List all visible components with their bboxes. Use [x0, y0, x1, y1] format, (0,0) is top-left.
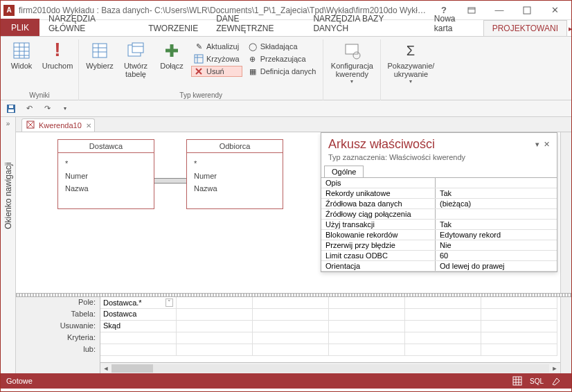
query-diagram-canvas[interactable]: Dostawca * Numer Nazwa Odbiorca * Numer … — [16, 132, 560, 293]
join-line[interactable] — [154, 178, 186, 184]
cell-criteria-3[interactable] — [253, 332, 329, 344]
querysetup-label: Konfiguracja kwerendy — [328, 62, 376, 78]
cell-field-1[interactable]: Dostawca.*˅ — [100, 297, 177, 309]
tab-home[interactable]: NARZĘDZIA GŁÓWNE — [39, 10, 139, 36]
cell-table-2[interactable] — [177, 309, 253, 321]
cell-or-3[interactable] — [253, 344, 329, 356]
table-field-numer[interactable]: Numer — [194, 170, 276, 182]
crosstab-button[interactable]: Krzyżowa — [191, 53, 242, 64]
showhide-button[interactable]: Σ Pokazywanie/ ukrywanie ▾ — [385, 39, 436, 84]
cell-criteria-4[interactable] — [329, 332, 405, 344]
cell-or-2[interactable] — [177, 344, 253, 356]
tab-overflow-icon[interactable]: ▸ — [567, 21, 571, 36]
cell-criteria-1[interactable] — [100, 332, 177, 344]
cell-criteria-6[interactable] — [481, 332, 557, 344]
cell-delete-3[interactable] — [253, 321, 329, 332]
cell-table-1[interactable]: Dostawca — [100, 309, 177, 321]
union-button[interactable]: ◯Składająca — [245, 41, 319, 52]
cell-table-5[interactable] — [405, 309, 481, 321]
tab-design[interactable]: PROJEKTOWANI — [483, 20, 567, 36]
table-field-star[interactable]: * — [194, 157, 276, 170]
table-field-numer[interactable]: Numer — [65, 170, 147, 182]
append-button[interactable]: Dołącz — [155, 39, 188, 70]
tab-file[interactable]: PLIK — [1, 19, 39, 36]
label-delete: Usuwanie: — [16, 321, 100, 332]
save-button[interactable] — [5, 103, 17, 115]
redo-button[interactable]: ↷ — [41, 103, 53, 115]
cell-or-4[interactable] — [329, 344, 405, 356]
delete-query-button[interactable]: Usuń — [191, 66, 242, 77]
table-field-nazwa[interactable]: Nazwa — [194, 182, 276, 195]
svg-text:!: ! — [54, 41, 60, 60]
ribbon: Widok ! Uruchom Wyniki Wybierz Utwórz ta… — [1, 37, 571, 100]
document-tabs: Kwerenda10 ✕ — [16, 117, 571, 132]
scroll-left-icon[interactable]: ◄ — [100, 365, 111, 372]
main-area: » Okienko nawigacji Kwerenda10 ✕ Dostawc… — [1, 117, 571, 373]
querysetup-button[interactable]: Konfiguracja kwerendy ▾ — [328, 39, 376, 84]
nav-pane-collapsed[interactable]: » Okienko nawigacji — [1, 117, 16, 373]
prop-row: Blokowanie rekordówEdytowany rekord — [321, 230, 557, 240]
cell-or-6[interactable] — [481, 344, 557, 356]
cell-delete-2[interactable] — [177, 321, 253, 332]
tab-dbtools[interactable]: NARZĘDZIA BAZY DANYCH — [304, 10, 424, 36]
property-sheet-close[interactable]: ✕ — [544, 140, 550, 149]
table-field-nazwa[interactable]: Nazwa — [65, 182, 147, 195]
sql-view-button[interactable]: SQL — [527, 375, 546, 387]
maximize-button[interactable] — [513, 2, 541, 19]
view-button[interactable]: Widok — [5, 39, 38, 70]
prop-row: Użyj transakcjiTak — [321, 220, 557, 230]
tab-newcard[interactable]: Nowa karta — [425, 10, 483, 36]
cell-criteria-5[interactable] — [405, 332, 481, 344]
prop-row: Limit czasu ODBC60 — [321, 251, 557, 261]
doc-tab-kwerenda10[interactable]: Kwerenda10 ✕ — [21, 118, 95, 132]
cell-field-3[interactable] — [253, 297, 329, 309]
table-odbiorca-title: Odbiorca — [187, 140, 283, 153]
table-field-star[interactable]: * — [65, 157, 147, 170]
tab-create[interactable]: TWORZENIE — [139, 20, 207, 36]
cell-field-4[interactable] — [329, 297, 405, 309]
group-querytype: Wybierz Utwórz tabelę Dołącz ✎Aktualizuj… — [79, 39, 323, 100]
cell-table-4[interactable] — [329, 309, 405, 321]
update-label: Aktualizuj — [206, 42, 239, 51]
table-odbiorca[interactable]: Odbiorca * Numer Nazwa — [186, 139, 283, 209]
cell-or-5[interactable] — [405, 344, 481, 356]
close-doc-tab[interactable]: ✕ — [86, 122, 91, 130]
property-tab-general[interactable]: Ogólne — [324, 166, 364, 177]
design-view-button[interactable] — [546, 375, 566, 387]
cell-criteria-2[interactable] — [177, 332, 253, 344]
cell-delete-1[interactable]: Skąd — [100, 321, 177, 332]
select-query-button[interactable]: Wybierz — [83, 39, 116, 70]
cell-field-2[interactable] — [177, 297, 253, 309]
field-dropdown-icon[interactable]: ˅ — [166, 299, 173, 307]
query-grid-hscroll[interactable]: ◄ ► — [100, 362, 560, 373]
union-icon: ◯ — [248, 42, 258, 51]
tab-external[interactable]: DANE ZEWNĘTRZNE — [207, 10, 304, 36]
cell-table-6[interactable] — [481, 309, 557, 321]
nav-pane-label: Okienko nawigacji — [3, 162, 13, 229]
cell-or-1[interactable] — [100, 344, 177, 356]
table-dostawca[interactable]: Dostawca * Numer Nazwa — [57, 139, 154, 209]
run-button[interactable]: ! Uruchom — [41, 39, 74, 70]
scroll-thumb[interactable] — [111, 364, 153, 373]
query-grid-vscroll[interactable] — [560, 297, 571, 373]
close-button[interactable]: ✕ — [541, 2, 569, 19]
cell-table-3[interactable] — [253, 309, 329, 321]
expand-nav-icon[interactable]: » — [6, 120, 10, 127]
cell-field-5[interactable] — [405, 297, 481, 309]
cell-delete-4[interactable] — [329, 321, 405, 332]
datadef-button[interactable]: ▦Definicja danych — [245, 66, 319, 77]
minimize-button[interactable]: — — [485, 2, 513, 19]
qat-customize[interactable]: ▾ — [59, 103, 71, 115]
scroll-right-icon[interactable]: ► — [549, 365, 560, 372]
cell-delete-5[interactable] — [405, 321, 481, 332]
update-button[interactable]: ✎Aktualizuj — [191, 41, 242, 52]
undo-button[interactable]: ↶ — [23, 103, 35, 115]
maketable-button[interactable]: Utwórz tabelę — [119, 39, 152, 78]
select-label: Wybierz — [86, 62, 114, 70]
cell-delete-6[interactable] — [481, 321, 557, 332]
datasheet-view-button[interactable] — [508, 375, 527, 387]
property-sheet-dropdown[interactable]: ▾ — [535, 140, 539, 149]
diagram-vscroll[interactable] — [560, 132, 571, 293]
cell-field-6[interactable] — [481, 297, 557, 309]
passthrough-button[interactable]: ⊕Przekazująca — [245, 53, 319, 64]
